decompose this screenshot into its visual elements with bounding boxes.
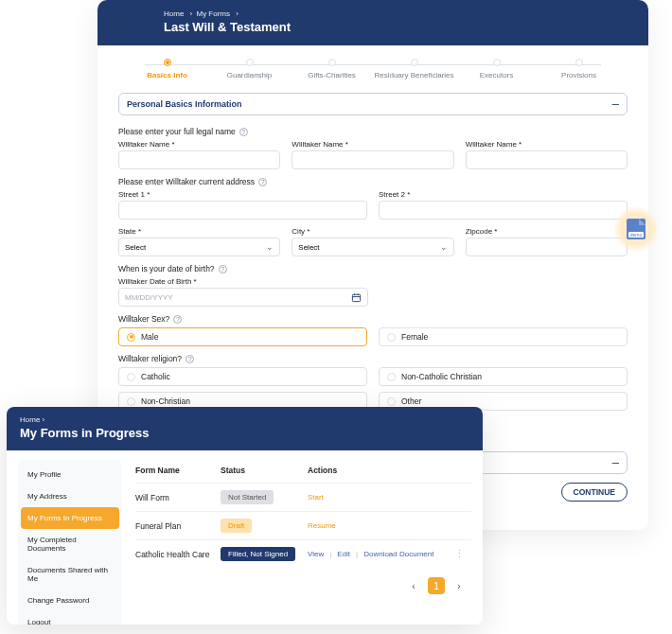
- forms-table: Form Name Status Actions Will Form Not S…: [135, 460, 471, 625]
- status-badge: Filled, Not Signed: [221, 547, 295, 561]
- sex-female-radio[interactable]: Female: [379, 327, 628, 346]
- chevron-right-icon: ›: [236, 9, 239, 18]
- form-stepper: Basics Info Guardianship Gifts-Charities…: [97, 45, 648, 89]
- zipcode-input[interactable]: [466, 238, 628, 256]
- start-link[interactable]: Start: [308, 493, 324, 502]
- sidebar-item-profile[interactable]: My Profile: [21, 464, 119, 485]
- religion-noncatholic-radio[interactable]: Non-Catholic Christian: [379, 367, 628, 386]
- chevron-down-icon: ⌄: [440, 242, 448, 252]
- field-label: Willtaker Name *: [466, 140, 628, 149]
- col-form-name: Form Name: [135, 466, 221, 475]
- form-name: Funeral Plan: [135, 521, 221, 531]
- dob-input[interactable]: MM/DD/YYYY: [118, 288, 368, 307]
- svg-rect-0: [352, 294, 360, 301]
- radio-icon: [127, 397, 135, 406]
- sidebar-item-forms-progress[interactable]: My Forms In Progress: [21, 507, 119, 529]
- form-name: Will Form: [135, 493, 221, 502]
- page-title: My Forms in Progress: [20, 426, 469, 440]
- table-row: Funeral Plan Draft Resume: [135, 511, 471, 539]
- field-label: City *: [292, 227, 453, 236]
- breadcrumb: Home › My Forms ›: [164, 9, 582, 18]
- continue-button[interactable]: CONTINUE: [561, 483, 628, 502]
- panel-collapse-toggle[interactable]: –: [612, 99, 619, 109]
- help-icon[interactable]: ?: [186, 355, 194, 363]
- legal-name-prompt: Please enter your full legal name ?: [118, 127, 628, 136]
- help-icon[interactable]: ?: [219, 265, 227, 273]
- my-forms-header: Home › My Forms in Progress: [7, 407, 483, 450]
- step-basics-info[interactable]: Basics Info: [126, 59, 208, 79]
- view-link[interactable]: View: [308, 550, 324, 558]
- radio-icon: [387, 333, 396, 342]
- resume-link[interactable]: Resume: [308, 521, 336, 530]
- sidebar-item-shared[interactable]: Documents Shared with Me: [21, 559, 119, 590]
- crumb-my-forms[interactable]: My Forms: [196, 9, 230, 18]
- middle-name-input[interactable]: [292, 150, 453, 169]
- col-actions: Actions: [308, 466, 471, 475]
- state-select[interactable]: Select⌄: [118, 238, 280, 256]
- radio-icon: [127, 333, 135, 342]
- my-forms-card: Home › My Forms in Progress My Profile M…: [7, 407, 483, 625]
- continue-wrap: CONTINUE: [561, 483, 628, 502]
- first-name-input[interactable]: [118, 150, 280, 169]
- step-provisions[interactable]: Provisions: [538, 59, 620, 79]
- chevron-right-icon: ›: [43, 415, 45, 424]
- pagination: ‹ 1 ›: [135, 568, 471, 594]
- will-form-header: Home › My Forms › Last Will & Testament: [97, 0, 648, 45]
- separator: |: [329, 550, 331, 558]
- sidebar-item-change-password[interactable]: Change Password: [21, 590, 119, 611]
- city-select[interactable]: Select⌄: [292, 238, 453, 256]
- table-row: Catholic Health Care Filled, Not Signed …: [135, 539, 471, 568]
- my-forms-body: My Profile My Address My Forms In Progre…: [7, 450, 483, 625]
- download-link[interactable]: Download Document: [363, 550, 433, 558]
- help-icon[interactable]: ?: [173, 315, 182, 324]
- step-guardianship[interactable]: Guardianship: [208, 59, 291, 79]
- col-status: Status: [221, 466, 308, 475]
- step-residuary-beneficiaries[interactable]: Residuary Beneficiaries: [373, 59, 455, 79]
- breadcrumb: Home ›: [20, 415, 469, 424]
- radio-icon: [387, 397, 396, 406]
- street1-input[interactable]: [118, 201, 367, 220]
- street2-input[interactable]: [379, 201, 628, 220]
- panel-expand-toggle[interactable]: –: [612, 458, 619, 467]
- sidebar-item-completed[interactable]: My Completed Documents: [21, 529, 119, 559]
- last-name-input[interactable]: [466, 150, 628, 169]
- edit-link[interactable]: Edit: [337, 550, 350, 558]
- field-label: Willtaker Name *: [292, 140, 453, 149]
- more-actions-icon[interactable]: ⋮: [454, 548, 471, 560]
- field-label: Zipcode *: [466, 227, 628, 236]
- table-row: Will Form Not Started Start: [135, 483, 471, 511]
- religion-catholic-radio[interactable]: Catholic: [118, 367, 367, 386]
- field-label: Street 2 *: [379, 190, 628, 199]
- chevron-right-icon: ›: [190, 9, 193, 18]
- crumb-home[interactable]: Home: [164, 9, 184, 18]
- help-icon[interactable]: ?: [239, 128, 248, 136]
- table-header: Form Name Status Actions: [135, 460, 471, 483]
- field-label: Willtaker Date of Birth *: [118, 277, 368, 286]
- help-icon[interactable]: ?: [258, 178, 267, 186]
- dob-prompt: When is your date of birth? ?: [118, 264, 628, 273]
- step-gifts-charities[interactable]: Gifts-Charities: [291, 59, 373, 79]
- pager-page-current[interactable]: 1: [428, 577, 445, 594]
- field-label: Street 1 *: [118, 190, 367, 199]
- sidebar-item-address[interactable]: My Address: [21, 485, 119, 507]
- radio-icon: [127, 373, 135, 381]
- form-body: Please enter your full legal name ? Will…: [97, 127, 648, 442]
- pager-prev[interactable]: ‹: [405, 577, 422, 594]
- demo-chip[interactable]: demo: [613, 206, 659, 252]
- page-title: Last Will & Testament: [164, 20, 582, 34]
- pager-next[interactable]: ›: [451, 577, 468, 594]
- sex-male-radio[interactable]: Male: [118, 327, 367, 346]
- radio-icon: [387, 373, 396, 381]
- sex-prompt: Willtaker Sex? ?: [118, 314, 628, 324]
- separator: |: [356, 550, 358, 558]
- calendar-icon: [351, 292, 362, 303]
- panel-personal-basics: Personal Basics Information –: [118, 93, 628, 115]
- sidebar-item-logout[interactable]: Logout: [21, 611, 119, 625]
- panel-title: Personal Basics Information: [127, 99, 242, 109]
- chevron-down-icon: ⌄: [266, 242, 274, 252]
- field-label: Willtaker Name *: [118, 140, 280, 149]
- status-badge: Draft: [221, 519, 252, 533]
- step-executors[interactable]: Executors: [455, 59, 538, 79]
- crumb-home[interactable]: Home: [20, 415, 40, 424]
- status-badge: Not Started: [221, 490, 274, 504]
